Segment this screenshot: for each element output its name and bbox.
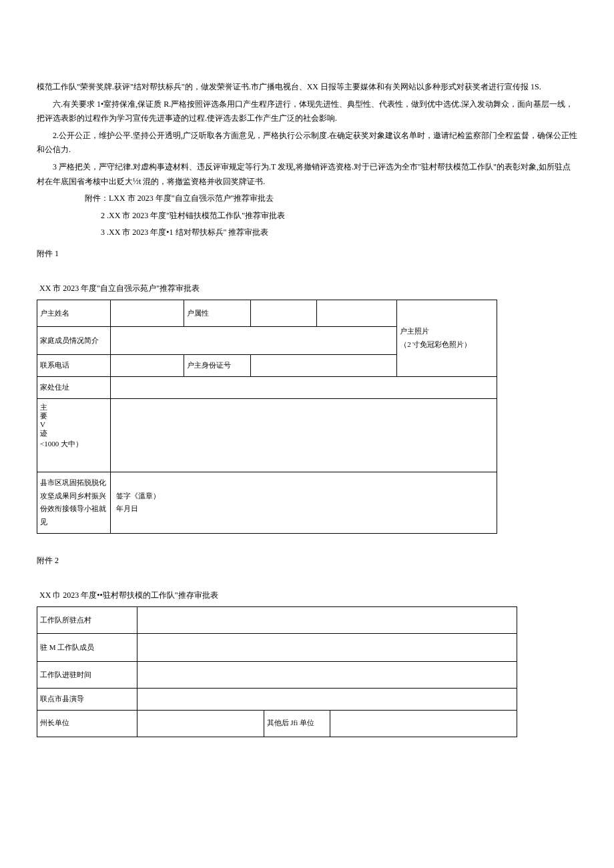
t2-village-label: 工作队所驻点村 [37,607,137,634]
paragraph-1: 模范工作队"荣誉奖牌.获评"结对帮扶标兵"的，做发荣誉证书.市广播电视台、XX … [37,80,577,95]
t1-main-effect-sub: <1000 大中） [40,438,107,451]
t2-unit-label: 州长单位 [37,710,137,737]
table-1: 户主姓名 户属性 户主照片 （2 寸免冠彩色照片） 家庭成员情况简介 联系电话 … [37,300,497,534]
paragraph-2: 六.有关要求 1•室持保准,保证质 R.严格按照评选条用口产生程序进行，体现先进… [37,97,577,126]
t1-main-effect-text: 主 要 V 迹 [40,403,107,438]
t1-family-value [110,327,396,355]
table-1-title: XX 市 2023 年度"自立自强示苑户"推荐审批表 [37,282,577,296]
t1-id-value [250,355,397,377]
t1-attr-label: 户属性 [184,300,250,327]
t1-owner-name-value [110,300,184,327]
t2-other-unit-label: 其他后 Jfi 单位 [264,710,330,737]
t1-attr-value2 [317,300,397,327]
t1-phone-label: 联系电话 [37,355,111,377]
t1-family-label: 家庭成员情况简介 [37,327,111,355]
t1-address-label: 家处住址 [37,376,111,398]
attachment-line-2: 2 .XX 市 2023 年度"驻村锚扶模范工作队"推荐审批表 [37,209,577,224]
t1-phone-value [110,355,184,377]
attachment-2-header: 附件 2 [37,554,577,568]
t1-photo-cell: 户主照片 （2 寸免冠彩色照片） [397,300,497,377]
t1-owner-name-label: 户主姓名 [37,300,111,327]
t1-photo-label2: （2 寸免冠彩色照片） [400,338,494,352]
t2-members-value [137,634,517,662]
attachment-1-header: 附件 1 [37,247,577,262]
t2-village-value [137,607,517,634]
paragraph-3: 2.公开公正，维护公平.坚持公开透明,广泛听取各方面意见，严格执行公示制度.在确… [37,129,577,157]
t2-members-label: 驻 M 工作队成员 [37,634,137,662]
t1-leader-value: 签字《溫章） 年月日 [110,472,497,533]
t1-address-value [110,376,497,398]
table-2-title: XX 巾 2023 年度••驻村帮扶模的工作队"推存审批表 [37,588,577,603]
t2-leader-label: 联点市县演导 [37,689,137,711]
t2-time-value [137,662,517,689]
paragraph-4: 3 严格把关，严守纪律.对虚构事迹材料、违反评审规定等行为.T 发现,将撤销评选… [37,160,577,189]
t1-main-effect-value [110,398,497,472]
attachment-line-1: 附件：LXX 市 2023 年度"自立自强示范户"推荐审批去 [37,191,577,206]
t1-attr-value [250,300,317,327]
t2-leader-value [137,689,517,711]
t2-time-label: 工作队进驻时间 [37,662,137,689]
t2-unit-value [137,710,264,737]
t1-photo-label1: 户主照片 [400,325,494,338]
t1-id-label: 户主身份证号 [184,355,250,377]
t2-other-unit-value [330,710,517,737]
t1-main-effect-label: 主 要 V 迹 <1000 大中） [37,398,111,472]
t1-leader-label: 县市区巩固拓脱脱化攻坚成果同乡村振兴份效衔接领导小祖就见 [37,472,111,533]
table-2: 工作队所驻点村 驻 M 工作队成员 工作队进驻时间 联点市县演导 州长单位 其他… [37,606,517,737]
attachment-line-3: 3 .XX 市 2023 年度•1 结对帮扶标兵" 推荐审批表 [37,226,577,240]
